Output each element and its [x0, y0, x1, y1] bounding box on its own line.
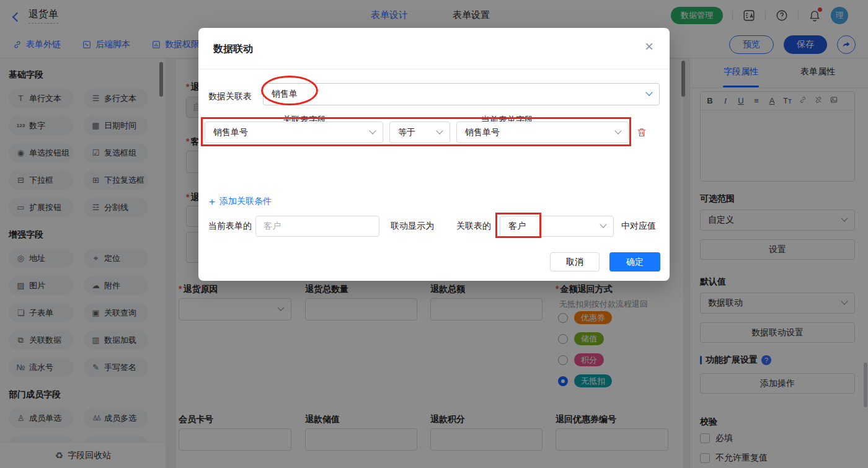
relation-table-field-select[interactable]: 客户 — [500, 216, 614, 237]
modal-title: 数据联动 — [213, 43, 253, 56]
relation-table-prefix-label: 关联表的 — [456, 221, 491, 232]
data-linkage-modal: 数据联动 × 数据关联表 销售单 关联表字段 当前表单字段 销售单号 等于 销售… — [198, 28, 670, 281]
delete-condition-icon[interactable] — [636, 126, 647, 138]
relation-table-select[interactable]: 销售单 — [263, 83, 660, 105]
condition-operator-select[interactable]: 等于 — [389, 121, 450, 143]
corresponding-value-label: 中对应值 — [621, 221, 656, 232]
form-designer-app: 退货单 表单设计 表单设置 数据管理 理 表单外链 — [0, 0, 868, 468]
relation-table-label: 数据关联表 — [208, 91, 252, 102]
divider — [198, 69, 670, 69]
condition-left-select[interactable]: 销售单号 — [205, 121, 383, 143]
current-form-field-input[interactable]: 客户 — [255, 216, 379, 237]
current-form-prefix-label: 当前表单的 — [208, 221, 252, 232]
cancel-button[interactable]: 取消 — [550, 252, 600, 272]
add-condition-link[interactable]: + 添加关联条件 — [209, 196, 272, 207]
confirm-button[interactable]: 确定 — [609, 252, 660, 272]
linkage-display-label: 联动显示为 — [391, 221, 434, 232]
condition-right-select[interactable]: 销售单号 — [456, 121, 629, 143]
close-icon[interactable]: × — [645, 39, 653, 54]
